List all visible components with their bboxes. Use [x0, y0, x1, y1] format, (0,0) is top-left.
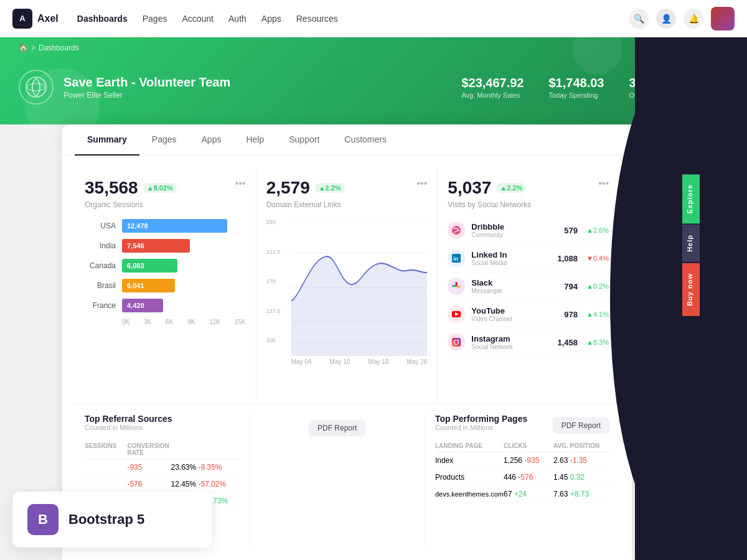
- bar-row-usa: USA 12,478: [85, 219, 246, 233]
- svg-rect-12: [456, 282, 458, 286]
- brand-icon: A: [12, 9, 32, 29]
- referral-row-2: -576 12.45% -57.02%: [85, 476, 239, 493]
- youtube-icon: [448, 306, 465, 323]
- chart-x-labels: May 04 May 10 May 18 May 26: [266, 358, 428, 365]
- explore-button[interactable]: Explore: [682, 174, 700, 223]
- organic-sessions-card: 35,568 ▲8.02% Organic Sessions ••• USA 1…: [75, 168, 256, 403]
- pdf-report-button[interactable]: PDF Report: [309, 420, 365, 436]
- referral-title: Top Referral Sources: [85, 414, 172, 424]
- nav-link-resources[interactable]: Resources: [296, 14, 338, 24]
- bar-row-brasil: Brasil 6,041: [85, 279, 246, 292]
- referral-sub: Counted in Millions: [85, 424, 172, 431]
- domain-links-menu[interactable]: •••: [417, 178, 428, 189]
- svg-rect-11: [452, 285, 456, 287]
- organic-sessions-metric: 35,568 ▲8.02% Organic Sessions: [85, 178, 177, 209]
- linkedin-icon: in: [448, 250, 465, 267]
- svg-point-7: [452, 226, 461, 235]
- dribbble-icon: [448, 222, 465, 239]
- bar-axis: 0K 3K 6K 9K 12K 15K: [85, 319, 246, 325]
- tab-support[interactable]: Support: [276, 124, 332, 156]
- bootstrap-badge: B Bootstrap 5: [12, 492, 212, 548]
- avatar-image: [711, 7, 735, 30]
- bootstrap-label: Bootstrap 5: [68, 511, 144, 528]
- organic-sessions-menu[interactable]: •••: [235, 178, 246, 189]
- tab-bar: Summary Pages Apps Help Support Customer…: [62, 124, 632, 156]
- referral-row-1: -935 23.63% -9.35%: [85, 459, 239, 476]
- bar-row-canada: Canada 6,083: [85, 259, 246, 273]
- domain-links-metric: 2,579 ▲2.2% Domain External Links: [266, 178, 345, 209]
- line-chart: 250 212.5 175 137.5 100: [266, 219, 428, 356]
- social-visits-value: 5,037: [448, 178, 491, 198]
- tab-apps[interactable]: Apps: [189, 124, 234, 156]
- domain-links-badge: ▲2.2%: [315, 183, 345, 193]
- instagram-icon: [448, 334, 465, 351]
- domain-links-card: 2,579 ▲2.2% Domain External Links ••• 25…: [256, 168, 438, 403]
- referral-table-header: SESSIONS CONVERSION RATE: [85, 440, 239, 459]
- svg-rect-13: [456, 286, 461, 287]
- notifications-icon[interactable]: 🔔: [684, 9, 703, 29]
- nav-link-auth[interactable]: Auth: [228, 14, 247, 24]
- social-visits-badge: ▲2.2%: [496, 183, 526, 193]
- brand[interactable]: A Axel: [12, 9, 59, 29]
- tab-pages[interactable]: Pages: [139, 124, 189, 156]
- nav-right: 🔍 👤 🔔: [629, 7, 735, 30]
- slack-icon: [448, 278, 465, 295]
- svg-rect-16: [452, 338, 461, 347]
- breadcrumb-separator: >: [31, 44, 35, 52]
- svg-point-18: [458, 340, 459, 341]
- bar-row-india: India 7,546: [85, 239, 246, 253]
- organic-sessions-value: 35,568: [85, 178, 138, 198]
- bootstrap-icon: B: [27, 504, 59, 535]
- search-icon[interactable]: 🔍: [629, 9, 649, 29]
- tab-customers[interactable]: Customers: [332, 124, 399, 156]
- nav-link-account[interactable]: Account: [182, 14, 214, 24]
- top-pages-sub: Counted in Millions: [435, 424, 527, 431]
- nav-link-apps[interactable]: Apps: [261, 14, 281, 24]
- social-visits-label: Visits by Social Networks: [448, 200, 531, 209]
- brand-name: Axel: [37, 13, 59, 24]
- pdf-report-center: PDF Report: [250, 414, 425, 546]
- social-visits-metric: 5,037 ▲2.2% Visits by Social Networks: [448, 178, 531, 209]
- breadcrumb: 🏠 > Dashboards: [19, 44, 79, 52]
- buy-now-button[interactable]: Buy now: [682, 263, 700, 316]
- home-icon: 🏠: [19, 44, 28, 52]
- organic-sessions-badge: ▲8.02%: [143, 183, 177, 193]
- top-pages-title: Top Performing Pages: [435, 414, 527, 424]
- tab-help[interactable]: Help: [233, 124, 276, 156]
- side-panel: Explore Help Buy now: [635, 0, 747, 560]
- bar-chart: USA 12,478 India 7,546 Canada 6,083: [85, 219, 246, 325]
- domain-links-label: Domain External Links: [266, 200, 345, 209]
- svg-text:in: in: [453, 256, 458, 262]
- nav-links: Dashboards Pages Account Auth Apps Resou…: [77, 14, 338, 24]
- help-button[interactable]: Help: [682, 225, 700, 262]
- tab-summary[interactable]: Summary: [75, 124, 139, 156]
- nav-link-dashboards[interactable]: Dashboards: [77, 14, 128, 24]
- nav-link-pages[interactable]: Pages: [143, 14, 167, 24]
- hero-stat-monthly-sales: $23,467.92 Avg. Monthly Sales: [461, 76, 524, 99]
- breadcrumb-page: Dashboards: [39, 44, 79, 52]
- bar-row-france: France 4,420: [85, 299, 246, 312]
- domain-links-value: 2,579: [266, 178, 310, 198]
- line-chart-svg: [291, 219, 428, 356]
- avatar[interactable]: [711, 7, 735, 30]
- organic-sessions-label: Organic Sessions: [85, 200, 177, 209]
- navbar: A Axel Dashboards Pages Account Auth App…: [0, 0, 747, 37]
- user-icon[interactable]: 👤: [656, 9, 676, 29]
